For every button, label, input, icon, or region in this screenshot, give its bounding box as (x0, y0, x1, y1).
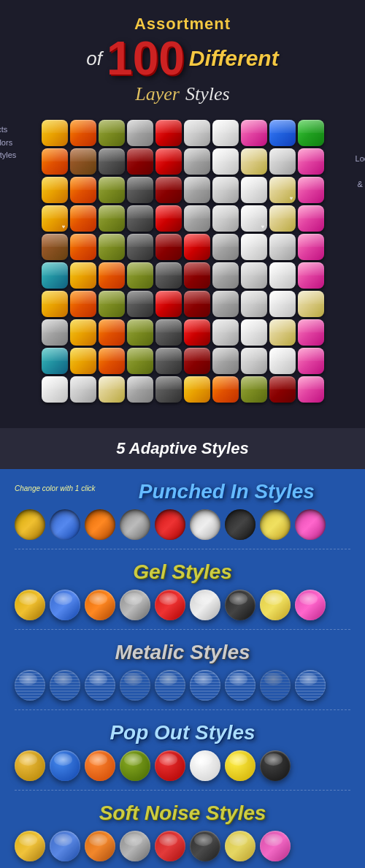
circle-gel-lgray (190, 590, 220, 620)
style-group-softnoise: Soft Noise Styles (15, 802, 350, 868)
style-cell (70, 177, 96, 203)
style-group-punched: Change color with 1 click Punched In Sty… (15, 480, 350, 549)
circle-popout-white (190, 750, 220, 781)
style-cell (184, 177, 210, 203)
style-cell (298, 177, 324, 203)
style-cell (127, 205, 153, 232)
circle-metalic-6 (190, 670, 220, 701)
style-cell (42, 319, 68, 346)
style-cell (298, 234, 324, 260)
softnoise-circles-row (15, 831, 350, 861)
circle-punched-blue (50, 509, 80, 540)
style-cell (212, 291, 239, 317)
punched-circles-row (15, 509, 350, 540)
style-cell (212, 205, 239, 232)
style-cell (155, 291, 182, 317)
style-cell (298, 319, 324, 346)
style-cell (70, 120, 96, 146)
style-cell (241, 234, 267, 260)
circle-softnoise-lgold (225, 831, 256, 861)
grid-area: 10 Effects x 10 Colors = 100 Styles ↙ (7, 116, 358, 406)
style-cell (127, 148, 153, 175)
style-cell (127, 234, 153, 260)
style-cell (212, 376, 239, 403)
group-title-popout: Pop Out Styles (15, 721, 350, 745)
style-cell (42, 120, 68, 146)
group-header-metalic: Metalic Styles (15, 641, 350, 664)
style-cell (42, 291, 68, 317)
style-cell (212, 148, 239, 175)
circle-punched-lgold (260, 509, 291, 540)
bottom-section: Change color with 1 click Punched In Sty… (0, 469, 365, 868)
style-cell (99, 177, 125, 203)
circle-popout-red (155, 750, 185, 781)
circle-gel-blue (50, 590, 80, 620)
circle-gel-lgold (260, 590, 291, 620)
style-cell (99, 319, 125, 346)
circle-punched-gold (15, 509, 45, 540)
style-cell (298, 348, 324, 374)
style-cell (298, 376, 324, 403)
group-title-metalic: Metalic Styles (15, 641, 350, 664)
style-cell (155, 348, 182, 374)
style-cell (155, 234, 182, 260)
top-section: Assortment of 100 Different Layer Styles… (0, 0, 365, 428)
circle-gel-black (225, 590, 256, 620)
style-cell (70, 319, 96, 346)
style-cell (184, 234, 210, 260)
style-cell (212, 319, 239, 346)
circle-popout-blue (50, 750, 80, 781)
style-cell (127, 291, 153, 317)
style-cell (127, 319, 153, 346)
style-cell (70, 148, 96, 175)
style-cell (99, 234, 125, 260)
style-cell (70, 262, 96, 289)
circle-metalic-2 (50, 670, 80, 701)
circle-metalic-8 (260, 670, 291, 701)
style-group-metalic: Metalic Styles (15, 641, 350, 710)
style-cell (99, 120, 125, 146)
style-group-gel: Gel Styles (15, 560, 350, 630)
circle-metalic-4 (120, 670, 150, 701)
circle-softnoise-red (155, 831, 185, 861)
circle-popout-olive (120, 750, 150, 781)
circle-softnoise-pink (260, 831, 291, 861)
title-different: Different (189, 46, 279, 71)
style-cell (241, 376, 267, 403)
style-cell (212, 177, 239, 203)
style-cell (127, 262, 153, 289)
style-cell (42, 205, 68, 232)
circle-metalic-1 (15, 670, 45, 701)
metalic-circles-row (15, 670, 350, 701)
title-line3: Layer Styles (7, 83, 358, 105)
style-cell (241, 319, 267, 346)
style-cell (99, 262, 125, 289)
title-layer: Layer (135, 83, 180, 105)
style-cell (99, 376, 125, 403)
style-cell (212, 234, 239, 260)
style-cell (241, 177, 267, 203)
style-cell (155, 262, 182, 289)
style-cell (99, 348, 125, 374)
group-title-softnoise: Soft Noise Styles (15, 802, 350, 825)
group-title-gel: Gel Styles (15, 560, 350, 584)
style-cell (42, 348, 68, 374)
title-100: 100 (107, 35, 185, 82)
circle-gel-red (155, 590, 185, 620)
style-cell (184, 319, 210, 346)
circle-popout-black (260, 750, 291, 781)
group-header-popout: Pop Out Styles (15, 721, 350, 745)
style-cell (184, 262, 210, 289)
circle-softnoise-blue (50, 831, 80, 861)
circle-punched-orange (85, 509, 115, 540)
style-cell (212, 348, 239, 374)
circle-gel-gold (15, 590, 45, 620)
style-cell (42, 376, 68, 403)
style-cell (99, 205, 125, 232)
section-divider: 5 Adaptive Styles (0, 428, 365, 469)
change-color-note: Change color with 1 click (15, 484, 96, 493)
circle-metalic-5 (155, 670, 185, 701)
style-cell (155, 148, 182, 175)
style-cell (70, 234, 96, 260)
title-styles-word: Styles (185, 83, 230, 105)
